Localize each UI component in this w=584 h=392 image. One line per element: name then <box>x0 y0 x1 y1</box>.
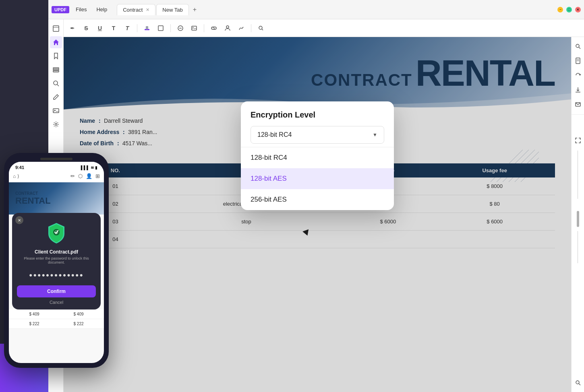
svg-point-28 <box>576 381 579 384</box>
menu-help[interactable]: Help <box>95 6 109 13</box>
svg-rect-13 <box>53 69 59 70</box>
sidebar-right-email-icon[interactable] <box>572 98 584 110</box>
menu-files[interactable]: Files <box>74 6 88 13</box>
phone-signal-icon: ▌▌▌ <box>81 165 89 170</box>
app-logo: UPDF <box>52 6 69 13</box>
tab-contract-close[interactable]: ✕ <box>146 7 149 12</box>
phone-shield-icon <box>44 221 68 245</box>
box-select-icon[interactable] <box>155 23 166 34</box>
dropdown-option-aes128[interactable]: 128-bit AES <box>241 168 394 189</box>
sidebar-home-icon[interactable] <box>50 36 62 48</box>
sidebar-sep <box>572 114 584 130</box>
phone-rental-text: RENTAL <box>15 196 51 206</box>
scroll-thumb[interactable] <box>577 211 579 227</box>
phone-wifi-icon: ≋ <box>91 165 94 170</box>
phone-device: 9:41 ▌▌▌ ≋ ▮ ⌂ ⟩ ✏ ⬡ 👤 ⊞ <box>4 153 109 368</box>
highlight-icon[interactable] <box>141 23 153 34</box>
phone-action-icons: ✏ ⬡ 👤 ⊞ <box>22 173 100 179</box>
link-icon[interactable] <box>208 23 220 34</box>
maximize-button[interactable]: □ <box>566 7 572 12</box>
sidebar-right-rotate-icon[interactable] <box>572 69 584 81</box>
text-t-icon[interactable]: T <box>108 23 119 34</box>
svg-point-19 <box>55 124 57 126</box>
phone-confirm-button[interactable]: Confirm <box>17 285 96 297</box>
phone-password-input[interactable]: ●●●●●●●●●●●●● <box>17 268 96 281</box>
image-insert-icon[interactable] <box>188 23 200 34</box>
svg-point-15 <box>54 81 58 85</box>
dropdown-option-aes256[interactable]: 256-bit AES <box>241 189 394 210</box>
sidebar-right-zoom-icon[interactable] <box>572 377 584 389</box>
main-content: CONTRACT RENTAL Name ： Darrell Steward H… <box>64 37 571 392</box>
new-tab-button[interactable]: + <box>190 4 200 15</box>
phone-row1-col1: $ 409 <box>29 312 39 316</box>
sidebar-bookmark-icon[interactable] <box>50 50 62 62</box>
phone-modal-title: Client Contract.pdf <box>17 249 96 255</box>
svg-line-9 <box>262 29 263 30</box>
phone-forward-icon[interactable]: ⟩ <box>17 173 19 179</box>
dialog-overlay: Encryption Level 128-bit RC4 ▼ 128-bit R… <box>64 37 571 392</box>
minimize-button[interactable]: － <box>557 7 563 12</box>
phone-doc-title: CONTRACT RENTAL <box>15 191 51 206</box>
sidebar-layers-icon[interactable] <box>50 64 62 76</box>
phone-back-icon[interactable]: ⌂ <box>13 173 16 179</box>
phone-share-icon[interactable]: ⬡ <box>78 173 83 179</box>
sidebar-image-icon[interactable] <box>50 105 62 117</box>
phone-password-modal: ✕ Client Contract.pdf Please enter the p… <box>12 213 101 309</box>
phone-nav-icons: ⌂ ⟩ <box>13 173 19 179</box>
dropdown-option-rc4[interactable]: 128-bit RC4 <box>241 147 394 168</box>
sidebar-settings-icon[interactable] <box>50 118 62 130</box>
right-sidebar <box>571 37 584 392</box>
phone-status-icons: ▌▌▌ ≋ ▮ <box>81 165 97 170</box>
menu-bar: Files Help <box>74 6 109 13</box>
text-bold-icon[interactable]: T <box>122 23 133 34</box>
dropdown-select[interactable]: 128-bit RC4 ▼ <box>251 126 384 144</box>
close-button[interactable]: ✕ <box>575 7 581 12</box>
desktop-area: UPDF Files Help Contract ✕ New Tab + － □… <box>48 0 584 392</box>
tab-new[interactable]: New Tab <box>156 4 188 15</box>
sidebar-thumbnail-icon[interactable] <box>50 23 62 35</box>
svg-rect-2 <box>158 26 163 31</box>
scroll-bar <box>578 151 578 199</box>
svg-line-16 <box>57 85 59 86</box>
sidebar-right-search-icon[interactable] <box>572 40 584 52</box>
sidebar-right-page-icon[interactable] <box>572 55 584 67</box>
tab-contract[interactable]: Contract ✕ <box>117 4 155 15</box>
phone-row2-col2: $ 222 <box>73 322 83 326</box>
tab-bar: Contract ✕ New Tab + <box>117 4 557 15</box>
sidebar-right-fit-icon[interactable] <box>572 134 584 146</box>
phone-cancel-button[interactable]: Cancel <box>17 300 96 305</box>
sidebar-edit-icon[interactable] <box>50 91 62 103</box>
underline-icon[interactable]: U <box>94 23 106 34</box>
search-toolbar-icon[interactable] <box>255 23 267 34</box>
dialog-title: Encryption Level <box>251 110 384 120</box>
phone-time: 9:41 <box>15 165 24 170</box>
phone-shield-icon-container <box>17 221 96 247</box>
phone-contract-text: CONTRACT <box>15 191 51 196</box>
phone-modal-close-button[interactable]: ✕ <box>15 216 23 224</box>
svg-line-21 <box>579 47 580 49</box>
dialog-header: Encryption Level <box>241 101 394 126</box>
stamp-icon[interactable]: ✒ <box>67 23 78 34</box>
mouse-cursor <box>302 229 311 237</box>
annotation-icon[interactable] <box>175 23 186 34</box>
phone-table-data: $ 409 $ 409 $ 222 $ 222 <box>9 309 104 329</box>
strikethrough-icon[interactable]: S <box>81 23 92 34</box>
dropdown-selected-value: 128-bit RC4 <box>257 131 292 138</box>
window-controls: － □ ✕ <box>557 7 581 12</box>
phone-table-row-1: $ 409 $ 409 <box>9 309 104 319</box>
phone-edit-icon[interactable]: ✏ <box>70 173 75 179</box>
phone-row2-col1: $ 222 <box>29 322 39 326</box>
phone-notch <box>40 158 72 160</box>
sidebar-right-download-icon[interactable] <box>572 84 584 96</box>
svg-rect-17 <box>53 109 59 113</box>
phone-user-icon[interactable]: 👤 <box>86 173 92 179</box>
toolbar-sep-4 <box>251 24 251 32</box>
sidebar-search-icon[interactable] <box>50 77 62 89</box>
dropdown-arrow-icon: ▼ <box>373 132 377 138</box>
signature-icon[interactable] <box>236 23 247 34</box>
person-icon[interactable] <box>222 23 233 34</box>
tab-new-label: New Tab <box>162 7 182 13</box>
toolbar-sep-1 <box>137 24 137 32</box>
phone-container: 9:41 ▌▌▌ ≋ ▮ ⌂ ⟩ ✏ ⬡ 👤 ⊞ <box>0 153 113 368</box>
phone-grid-icon[interactable]: ⊞ <box>95 173 100 179</box>
